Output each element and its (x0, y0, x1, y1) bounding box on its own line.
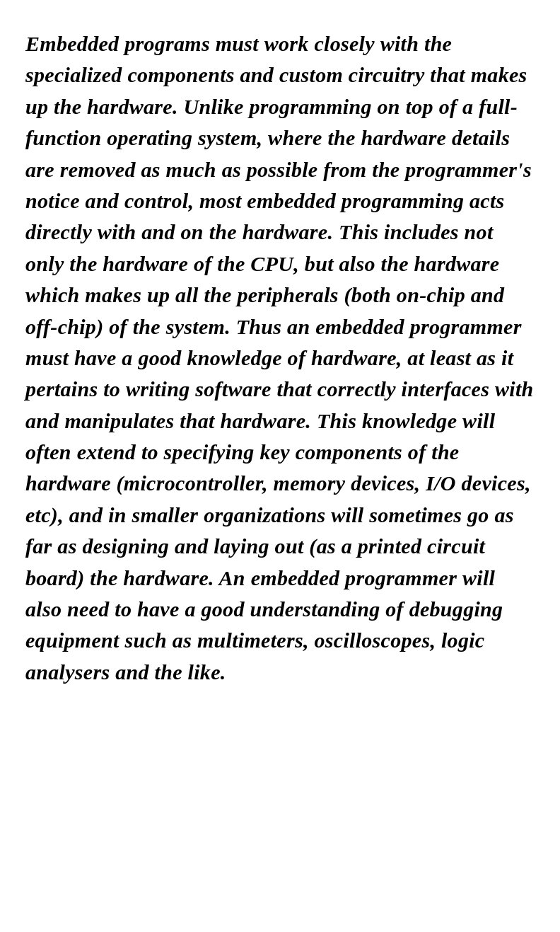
body-paragraph: Embedded programs must work closely with… (25, 28, 535, 688)
main-content: Embedded programs must work closely with… (25, 28, 535, 688)
